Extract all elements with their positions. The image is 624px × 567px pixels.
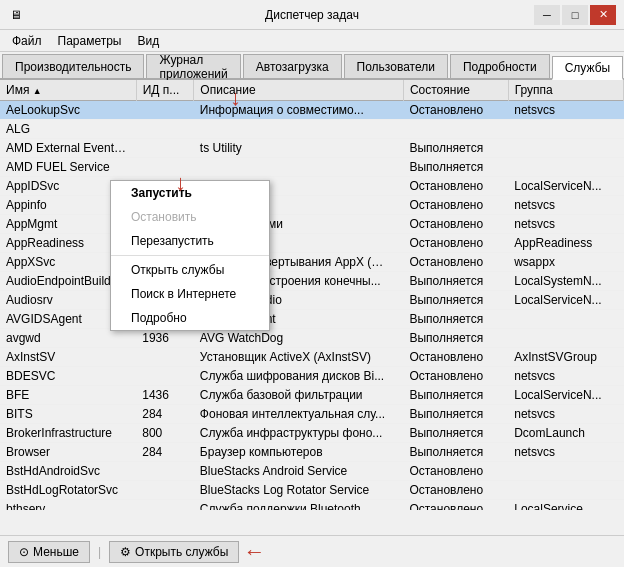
service-group: netsvcs (508, 405, 623, 424)
service-name: Browser (0, 443, 136, 462)
service-group: netsvcs (508, 101, 623, 120)
table-row[interactable]: BFE1436Служба базовой фильтрацииВыполняе… (0, 386, 624, 405)
context-menu-divider (111, 255, 269, 256)
table-row[interactable]: BrokerInfrastructure800Служба инфраструк… (0, 424, 624, 443)
service-group (508, 139, 623, 158)
table-row[interactable]: BITS284Фоновая интеллектуальная слу...Вы… (0, 405, 624, 424)
service-name: AMD External Events U (0, 139, 136, 158)
table-row[interactable]: AudioEndpointBuilder744Средство построен… (0, 272, 624, 291)
context-menu-open-services[interactable]: Открыть службы (111, 258, 269, 282)
table-row[interactable]: AppinfoприложенииОстановленоnetsvcs (0, 196, 624, 215)
service-pid (136, 348, 194, 367)
col-header-group[interactable]: Группа (508, 80, 623, 101)
service-status: Остановлено (403, 481, 508, 500)
service-status: Остановлено (403, 348, 508, 367)
service-name: AMD FUEL Service (0, 158, 136, 177)
service-name: BITS (0, 405, 136, 424)
services-table: Имя ▲ ИД п... Описание Состояние Группа … (0, 80, 624, 510)
service-group (508, 462, 623, 481)
table-row[interactable]: AppReadinessпоженийОстановленоAppReadine… (0, 234, 624, 253)
service-pid (136, 120, 194, 139)
table-row[interactable]: bthservСлужба поддержки BluetoothОстанов… (0, 500, 624, 511)
service-group (508, 481, 623, 500)
tab-performance[interactable]: Производительность (2, 54, 144, 78)
service-pid (136, 367, 194, 386)
service-status: Выполняется (403, 291, 508, 310)
service-name: BstHdAndroidSvc (0, 462, 136, 481)
table-row[interactable]: AeLookupSvcИнформация о совместимо...Ост… (0, 101, 624, 120)
col-header-name[interactable]: Имя ▲ (0, 80, 136, 101)
table-row[interactable]: AxInstSVУстановщик ActiveX (AxInstSV)Ост… (0, 348, 624, 367)
service-pid (136, 500, 194, 511)
tab-app-history[interactable]: Журнал приложений (146, 54, 240, 78)
context-menu: Запустить Остановить Перезапустить Откры… (110, 180, 270, 331)
service-status: Остановлено (403, 500, 508, 511)
app-icon: 🖥 (8, 7, 24, 23)
col-header-desc[interactable]: Описание (194, 80, 404, 101)
table-row[interactable]: avgwd1936AVG WatchDogВыполняется (0, 329, 624, 348)
table-row[interactable]: AppIDSvcприложенияОстановленоLocalServic… (0, 177, 624, 196)
table-row[interactable]: AppMgmtприложениямиОстановленоnetsvcs (0, 215, 624, 234)
service-status: Остановлено (403, 462, 508, 481)
service-name: bthserv (0, 500, 136, 511)
table-row[interactable]: AVGIDSAgent1604AVGIDSAgentВыполняется (0, 310, 624, 329)
menu-bar: Файл Параметры Вид (0, 30, 624, 52)
service-desc: Установщик ActiveX (AxInstSV) (194, 348, 404, 367)
table-row[interactable]: Browser284Браузер компьютеровВыполняется… (0, 443, 624, 462)
table-row[interactable]: AMD External Events Uts UtilityВыполняет… (0, 139, 624, 158)
tab-startup[interactable]: Автозагрузка (243, 54, 342, 78)
open-services-label: Открыть службы (135, 545, 228, 559)
window-controls: ─ □ ✕ (534, 5, 616, 25)
context-menu-start[interactable]: Запустить (111, 181, 269, 205)
service-status (403, 120, 508, 139)
context-menu-stop: Остановить (111, 205, 269, 229)
service-desc: Браузер компьютеров (194, 443, 404, 462)
service-status: Выполняется (403, 386, 508, 405)
menu-file[interactable]: Файл (4, 32, 50, 50)
service-desc: Служба инфраструктуры фоно... (194, 424, 404, 443)
less-icon: ⊙ (19, 545, 29, 559)
col-header-pid[interactable]: ИД п... (136, 80, 194, 101)
table-row[interactable]: AMD FUEL ServiceВыполняется (0, 158, 624, 177)
menu-view[interactable]: Вид (129, 32, 167, 50)
service-status: Выполняется (403, 310, 508, 329)
arrow-bottom: ← (243, 539, 265, 565)
menu-options[interactable]: Параметры (50, 32, 130, 50)
service-status: Остановлено (403, 101, 508, 120)
open-services-button[interactable]: ⚙ Открыть службы (109, 541, 239, 563)
service-pid (136, 481, 194, 500)
table-row[interactable]: ALG (0, 120, 624, 139)
tab-users[interactable]: Пользователи (344, 54, 448, 78)
service-status: Выполняется (403, 329, 508, 348)
context-menu-details[interactable]: Подробно (111, 306, 269, 330)
col-header-status[interactable]: Состояние (403, 80, 508, 101)
minimize-button[interactable]: ─ (534, 5, 560, 25)
table-row[interactable]: Audiosrv988Windows AudioВыполняетсяLocal… (0, 291, 624, 310)
table-row[interactable]: AppXSvcСлужба развертывания AppX (…Остан… (0, 253, 624, 272)
tabs-bar: Производительность Журнал приложений Авт… (0, 52, 624, 80)
table-row[interactable]: BstHdAndroidSvcBlueStacks Android Servic… (0, 462, 624, 481)
context-menu-search-web[interactable]: Поиск в Интернете (111, 282, 269, 306)
service-status: Выполняется (403, 443, 508, 462)
tab-services[interactable]: Службы (552, 56, 623, 80)
service-group: DcomLaunch (508, 424, 623, 443)
maximize-button[interactable]: □ (562, 5, 588, 25)
tab-details[interactable]: Подробности (450, 54, 550, 78)
main-content: Имя ▲ ИД п... Описание Состояние Группа … (0, 80, 624, 535)
service-desc: Служба шифрования дисков Bi... (194, 367, 404, 386)
service-desc (194, 158, 404, 177)
service-name: BDESVC (0, 367, 136, 386)
service-name: BrokerInfrastructure (0, 424, 136, 443)
services-table-wrapper[interactable]: Имя ▲ ИД п... Описание Состояние Группа … (0, 80, 624, 510)
service-group (508, 120, 623, 139)
table-row[interactable]: BstHdLogRotatorSvcBlueStacks Log Rotator… (0, 481, 624, 500)
service-name: ALG (0, 120, 136, 139)
less-button[interactable]: ⊙ Меньше (8, 541, 90, 563)
service-group: LocalServiceN... (508, 291, 623, 310)
context-menu-restart[interactable]: Перезапустить (111, 229, 269, 253)
service-group: AxInstSVGroup (508, 348, 623, 367)
service-desc: BlueStacks Android Service (194, 462, 404, 481)
service-pid (136, 462, 194, 481)
table-row[interactable]: BDESVCСлужба шифрования дисков Bi...Оста… (0, 367, 624, 386)
close-button[interactable]: ✕ (590, 5, 616, 25)
